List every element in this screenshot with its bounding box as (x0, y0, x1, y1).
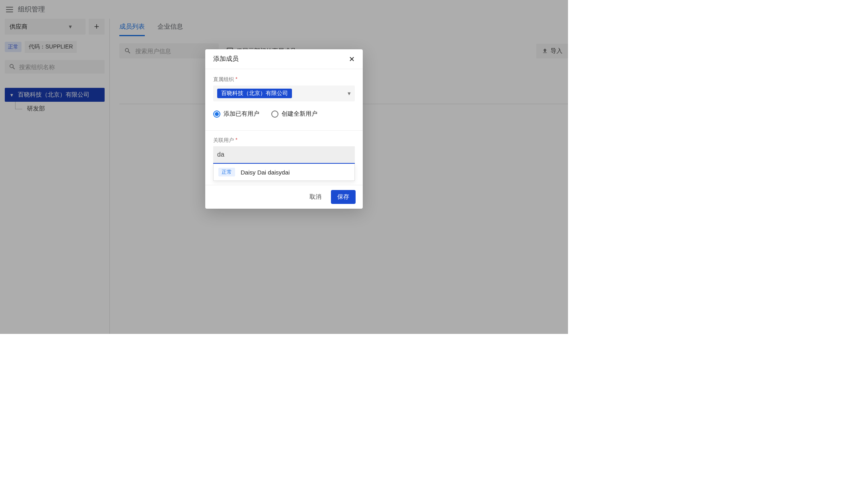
option-status-badge: 正常 (218, 168, 235, 176)
radio-checked-icon (213, 110, 220, 118)
direct-org-select[interactable]: 百晓科技（北京）有限公司 ▾ (213, 85, 355, 101)
cancel-button[interactable]: 取消 (305, 190, 325, 204)
radio-unchecked-icon (271, 110, 278, 118)
radio-new-user[interactable]: 创建全新用户 (271, 110, 317, 118)
save-button[interactable]: 保存 (331, 190, 356, 204)
radio-existing-user[interactable]: 添加已有用户 (213, 110, 259, 118)
org-chip: 百晓科技（北京）有限公司 (217, 89, 292, 98)
associate-user-input[interactable]: da (213, 146, 355, 164)
field-org-label: 直属组织* (213, 76, 355, 83)
radio-existing-label: 添加已有用户 (224, 110, 259, 118)
add-member-modal: 添加成员 ✕ 直属组织* 百晓科技（北京）有限公司 ▾ 添加已有用户 创建全新用… (205, 49, 363, 209)
modal-title: 添加成员 (213, 55, 239, 63)
radio-new-label: 创建全新用户 (282, 110, 317, 118)
dropdown-option[interactable]: 正常 Daisy Dai daisydai (214, 164, 354, 180)
option-name: Daisy Dai daisydai (241, 169, 290, 176)
field-user-label: 关联用户* (213, 137, 355, 144)
user-autocomplete-dropdown: 正常 Daisy Dai daisydai (213, 164, 355, 181)
chevron-down-icon: ▾ (348, 90, 351, 97)
modal-overlay: 添加成员 ✕ 直属组织* 百晓科技（北京）有限公司 ▾ 添加已有用户 创建全新用… (0, 0, 568, 334)
close-icon[interactable]: ✕ (349, 56, 355, 63)
